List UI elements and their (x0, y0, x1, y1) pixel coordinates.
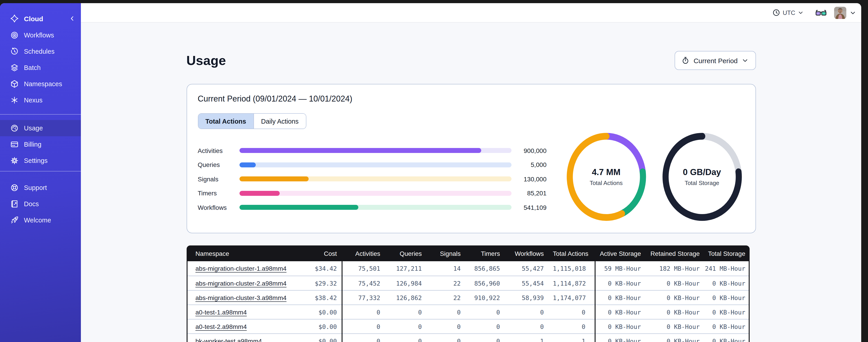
sidebar-item-namespaces[interactable]: Namespaces (0, 76, 81, 92)
sidebar-item-label: Docs (24, 200, 39, 208)
bar-value: 900,000 (511, 147, 547, 154)
sidebar-item-label: Batch (24, 64, 41, 71)
namespace-link[interactable]: a0-test-2.a98mm4 (195, 323, 247, 330)
sidebar-item-settings[interactable]: Settings (0, 152, 81, 169)
sidebar-item-docs[interactable]: Docs (0, 196, 81, 212)
cloud-brand[interactable]: Cloud (0, 10, 81, 27)
glasses-icon (815, 9, 827, 16)
namespace-link[interactable]: abs-migration-cluster-2.a98mm4 (195, 279, 286, 287)
schedules-icon (10, 47, 19, 56)
donut-center: 4.7 MMTotal Actions (565, 132, 647, 222)
batch-icon (10, 63, 19, 72)
column-header-retained-storage: Retained Storage (643, 250, 702, 257)
cell-queries: 0 (389, 337, 431, 342)
sidebar-item-label: Schedules (24, 48, 55, 55)
cell-active-storage: 0 KB-Hour (594, 294, 643, 301)
actions-tabs: Total ActionsDaily Actions (198, 113, 306, 129)
docs-icon (10, 199, 19, 208)
feedback-glasses-button[interactable] (815, 9, 827, 16)
cell-retained-storage: 0 KB-Hour (643, 279, 702, 287)
bar-row-activities: Activities900,000 (198, 143, 547, 158)
avatar[interactable] (834, 6, 846, 19)
avatar-image (834, 6, 846, 19)
cell-active-storage: 59 MB-Hour (594, 265, 643, 272)
cell-signals: 0 (431, 308, 470, 316)
cell-workflows: 55,427 (509, 265, 553, 272)
sidebar-item-label: Workflows (24, 32, 54, 39)
cell-total-actions: 0 (553, 323, 594, 330)
cell-cost: $0.00 (295, 337, 341, 342)
sidebar-item-schedules[interactable]: Schedules (0, 43, 81, 60)
namespace-link[interactable]: a0-test-1.a98mm4 (195, 308, 247, 316)
cell-cost: $29.32 (295, 279, 341, 287)
workflows-icon (10, 31, 19, 40)
bar-track (239, 191, 511, 196)
sidebar-item-label: Usage (24, 125, 43, 132)
cell-active-storage: 0 KB-Hour (594, 308, 643, 316)
cell-active-storage: 0 KB-Hour (594, 323, 643, 330)
cell-total-storage: 0 KB-Hour (702, 279, 747, 287)
sidebar-item-billing[interactable]: Billing (0, 136, 81, 152)
donut-label: Total Storage (685, 179, 719, 186)
sidebar-nav-main: Workflows Schedules Batch Namespaces Nex… (0, 27, 81, 108)
cell-total-storage: 241 MB-Hour (702, 265, 747, 272)
tab-total-actions[interactable]: Total Actions (198, 114, 253, 129)
namespace-link[interactable]: bk-worker-test.a98mm4 (195, 337, 262, 342)
column-header-namespace: Namespace (186, 250, 295, 257)
sidebar: Cloud Workflows Schedules Batch Namespac… (0, 3, 81, 342)
cell-active-storage: 0 KB-Hour (594, 337, 643, 342)
bar-label: Workflows (198, 204, 239, 211)
cell-workflows: 58,939 (509, 294, 553, 301)
cell-timers: 856,865 (470, 265, 509, 272)
cell-total-storage: 0 KB-Hour (702, 323, 747, 330)
column-header-total-actions: Total Actions (553, 250, 594, 257)
period-selector-label: Current Period (693, 57, 738, 64)
sidebar-item-support[interactable]: Support (0, 179, 81, 196)
cell-namespace: abs-migration-cluster-2.a98mm4 (186, 279, 295, 287)
sidebar-item-nexus[interactable]: Nexus (0, 92, 81, 108)
cell-cost: $0.00 (295, 323, 341, 330)
period-selector-button[interactable]: Current Period (675, 51, 756, 70)
bar-fill (239, 205, 358, 210)
column-header-active-storage: Active Storage (594, 250, 643, 257)
sidebar-item-batch[interactable]: Batch (0, 60, 81, 76)
bar-value: 130,000 (511, 175, 547, 183)
usage-charts: Activities900,000Queries5,000Signals130,… (198, 143, 744, 222)
card-title: Current Period (09/01/2024 — 10/01/2024) (198, 94, 744, 104)
sidebar-collapse-button[interactable] (69, 15, 75, 22)
sidebar-item-welcome[interactable]: Welcome (0, 212, 81, 228)
namespace-link[interactable]: abs-migration-cluster-1.a98mm4 (195, 265, 286, 272)
donut-label: Total Actions (590, 179, 623, 186)
cell-workflows: 55,454 (509, 279, 553, 287)
timezone-dropdown[interactable]: UTC (772, 7, 805, 18)
column-header-signals: Signals (431, 250, 470, 257)
table-left-border (186, 261, 187, 342)
account-menu-button[interactable] (850, 10, 856, 15)
cell-timers: 910,922 (470, 294, 509, 301)
cell-queries: 126,984 (389, 279, 431, 287)
bar-row-signals: Signals130,000 (198, 172, 547, 186)
sidebar-item-label: Namespaces (24, 80, 62, 88)
bar-row-workflows: Workflows541,109 (198, 200, 547, 214)
donut-value: 4.7 MM (592, 167, 621, 177)
cell-total-storage: 0 KB-Hour (702, 294, 747, 301)
cell-total-actions: 0 (553, 308, 594, 316)
sidebar-nav-footer: Support Docs Welcome (0, 179, 81, 228)
cloud-logo-icon (10, 14, 19, 23)
bar-fill (239, 177, 309, 181)
welcome-icon (10, 216, 19, 225)
sidebar-item-usage[interactable]: Usage (0, 120, 81, 136)
sidebar-nav-account: Usage Billing Settings (0, 120, 81, 169)
cell-queries: 126,862 (389, 294, 431, 301)
table-row: abs-migration-cluster-1.a98mm4$34.4275,5… (186, 261, 749, 276)
namespace-link[interactable]: abs-migration-cluster-3.a98mm4 (195, 294, 286, 301)
tab-daily-actions[interactable]: Daily Actions (253, 114, 306, 129)
sidebar-item-workflows[interactable]: Workflows (0, 27, 81, 43)
column-header-workflows: Workflows (509, 250, 553, 257)
stopwatch-icon (681, 57, 689, 65)
bar-value: 85,201 (511, 190, 547, 197)
cell-activities: 77,332 (341, 294, 389, 301)
donut-value: 0 GB/Day (683, 167, 721, 177)
sidebar-item-label: Support (24, 184, 47, 191)
cell-total-actions: 1,114,872 (553, 279, 594, 287)
